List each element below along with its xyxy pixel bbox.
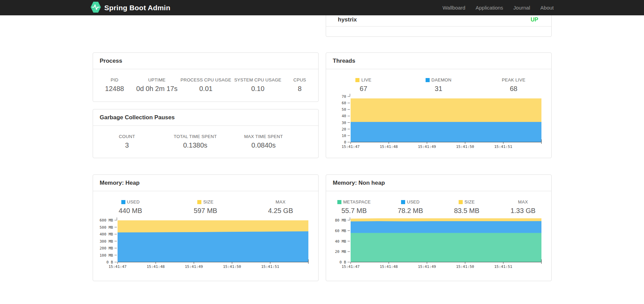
svg-text:100 MB: 100 MB bbox=[99, 253, 113, 258]
svg-text:80 MB: 80 MB bbox=[335, 218, 346, 223]
stat-threads-daemon-label: DAEMON bbox=[426, 77, 451, 82]
daemon-legend-swatch-icon bbox=[426, 78, 430, 82]
gc-pauses-card: Garbage Collection Pauses COUNT 3 TOTAL … bbox=[93, 109, 319, 158]
svg-text:10: 10 bbox=[341, 134, 346, 138]
svg-text:15:41:50: 15:41:50 bbox=[456, 145, 474, 149]
threads-card-header: Threads bbox=[326, 53, 551, 69]
svg-text:30: 30 bbox=[341, 121, 346, 125]
stat-heap-used-value: 440 MB bbox=[119, 207, 142, 215]
svg-text:20 MB: 20 MB bbox=[335, 249, 346, 254]
brand-title: Spring Boot Admin bbox=[104, 4, 170, 12]
stat-cpus-label: CPUS bbox=[293, 77, 306, 82]
nonheap-chart: 15:41:4715:41:4815:41:4915:41:5015:41:51… bbox=[326, 216, 551, 274]
svg-text:500 MB: 500 MB bbox=[99, 225, 113, 230]
svg-text:400 MB: 400 MB bbox=[99, 232, 113, 237]
nav-item-wallboard[interactable]: Wallboard bbox=[443, 5, 465, 11]
stat-heap-size: SIZE 597 MB bbox=[168, 199, 243, 215]
gc-card-title: Garbage Collection Pauses bbox=[100, 114, 175, 121]
heap-chart: 15:41:4715:41:4815:41:4915:41:5015:41:51… bbox=[93, 216, 318, 274]
stat-pid-value: 12488 bbox=[105, 85, 124, 93]
stat-threads-live-label: LIVE bbox=[355, 77, 371, 82]
stat-heap-max: MAX 4.25 GB bbox=[243, 199, 318, 215]
stat-system-cpu-value: 0.10 bbox=[251, 85, 264, 93]
svg-text:15:41:49: 15:41:49 bbox=[418, 264, 436, 269]
threads-legend: LIVE 67 DAEMON 31 PEAK LIVE 68 bbox=[326, 77, 551, 93]
heap-card-title: Memory: Heap bbox=[100, 180, 140, 186]
stat-cpus-value: 8 bbox=[298, 85, 302, 93]
svg-text:0 B: 0 B bbox=[106, 260, 113, 264]
svg-text:15:41:50: 15:41:50 bbox=[456, 264, 474, 269]
stat-nonheap-used-label: USED bbox=[401, 199, 419, 204]
svg-text:15:41:49: 15:41:49 bbox=[185, 264, 203, 269]
heap-size-legend-swatch-icon bbox=[197, 200, 201, 204]
nonheap-legend: METASPACE 55.7 MB USED 78.2 MB SIZE 83.5… bbox=[326, 199, 551, 215]
stat-gc-total-time: TOTAL TIME SPENT 0.1380s bbox=[161, 134, 229, 149]
stat-process-cpu-label: PROCESS CPU USAGE bbox=[181, 77, 231, 82]
svg-text:15:41:50: 15:41:50 bbox=[223, 264, 241, 269]
stat-nonheap-max-label: MAX bbox=[518, 199, 528, 204]
stat-gc-max-time-value: 0.0840s bbox=[251, 141, 276, 149]
stat-heap-max-label: MAX bbox=[276, 199, 286, 204]
top-navbar: Spring Boot Admin Wallboard Applications… bbox=[0, 0, 644, 15]
nonheap-size-legend-swatch-icon bbox=[459, 200, 463, 204]
stat-nonheap-max-value: 1.33 GB bbox=[510, 207, 535, 215]
process-card: Process PID 12488 UPTIME 0d 0h 2m 17s PR… bbox=[93, 52, 319, 102]
stat-heap-used-label: USED bbox=[121, 199, 140, 204]
memory-heap-card: Memory: Heap USED 440 MB SIZE 597 MB MAX… bbox=[93, 174, 319, 281]
svg-text:15:41:47: 15:41:47 bbox=[341, 264, 359, 269]
stat-nonheap-max: MAX 1.33 GB bbox=[495, 199, 551, 215]
svg-text:15:41:48: 15:41:48 bbox=[147, 264, 165, 269]
nav-item-journal[interactable]: Journal bbox=[513, 5, 530, 11]
gc-card-header: Garbage Collection Pauses bbox=[93, 109, 318, 126]
svg-text:15:41:49: 15:41:49 bbox=[418, 145, 436, 149]
svg-text:15:41:47: 15:41:47 bbox=[108, 264, 126, 269]
stat-uptime-value: 0d 0h 2m 17s bbox=[136, 85, 178, 93]
heap-used-legend-swatch-icon bbox=[121, 200, 125, 204]
svg-text:20: 20 bbox=[341, 127, 346, 132]
stat-threads-daemon-value: 31 bbox=[435, 85, 442, 93]
stat-threads-peak-value: 68 bbox=[510, 85, 517, 93]
gc-stats: COUNT 3 TOTAL TIME SPENT 0.1380s MAX TIM… bbox=[93, 134, 318, 149]
process-card-title: Process bbox=[100, 58, 122, 64]
live-legend-swatch-icon bbox=[355, 78, 359, 82]
stat-heap-max-value: 4.25 GB bbox=[268, 207, 293, 215]
stat-gc-count: COUNT 3 bbox=[93, 134, 161, 149]
stat-process-cpu-value: 0.01 bbox=[199, 85, 213, 93]
svg-text:300 MB: 300 MB bbox=[99, 239, 113, 244]
svg-text:70: 70 bbox=[341, 94, 346, 99]
stat-system-cpu-label: SYSTEM CPU USAGE bbox=[234, 77, 281, 82]
stat-uptime-label: UPTIME bbox=[148, 77, 166, 82]
stat-nonheap-size-value: 83.5 MB bbox=[454, 207, 479, 215]
nav-item-about[interactable]: About bbox=[540, 5, 554, 11]
stat-uptime: UPTIME 0d 0h 2m 17s bbox=[136, 77, 178, 93]
svg-text:40: 40 bbox=[341, 114, 346, 118]
stat-gc-total-time-value: 0.1380s bbox=[183, 141, 207, 149]
stat-nonheap-metaspace-value: 55.7 MB bbox=[341, 207, 367, 215]
stat-system-cpu: SYSTEM CPU USAGE 0.10 bbox=[234, 77, 281, 93]
nonheap-card-title: Memory: Non heap bbox=[333, 180, 385, 186]
svg-text:200 MB: 200 MB bbox=[99, 246, 113, 250]
brand[interactable]: Spring Boot Admin bbox=[90, 1, 170, 14]
stat-pid: PID 12488 bbox=[93, 77, 136, 93]
metaspace-legend-swatch-icon bbox=[337, 200, 341, 204]
stat-nonheap-metaspace-label: METASPACE bbox=[337, 199, 371, 204]
stat-gc-max-time-label: MAX TIME SPENT bbox=[244, 134, 283, 139]
threads-chart: 15:41:4715:41:4815:41:4915:41:5015:41:51… bbox=[326, 94, 551, 153]
stat-nonheap-used: USED 78.2 MB bbox=[382, 199, 439, 215]
stat-gc-total-time-label: TOTAL TIME SPENT bbox=[174, 134, 217, 139]
process-stats: PID 12488 UPTIME 0d 0h 2m 17s PROCESS CP… bbox=[93, 77, 318, 93]
threads-card-title: Threads bbox=[333, 58, 355, 64]
stat-nonheap-size: SIZE 83.5 MB bbox=[439, 199, 495, 215]
svg-text:15:41:51: 15:41:51 bbox=[494, 264, 512, 269]
spring-boot-admin-logo-icon bbox=[90, 1, 101, 14]
stat-process-cpu: PROCESS CPU USAGE 0.01 bbox=[178, 77, 234, 93]
nonheap-used-legend-swatch-icon bbox=[401, 200, 405, 204]
svg-text:600 MB: 600 MB bbox=[99, 218, 113, 223]
process-card-header: Process bbox=[93, 53, 318, 69]
heap-card-header: Memory: Heap bbox=[93, 175, 318, 191]
stat-heap-size-value: 597 MB bbox=[194, 207, 217, 215]
svg-text:15:41:47: 15:41:47 bbox=[341, 145, 359, 149]
stat-threads-peak-label: PEAK LIVE bbox=[502, 77, 525, 82]
svg-text:0: 0 bbox=[344, 140, 346, 145]
nav-item-applications[interactable]: Applications bbox=[476, 5, 503, 11]
